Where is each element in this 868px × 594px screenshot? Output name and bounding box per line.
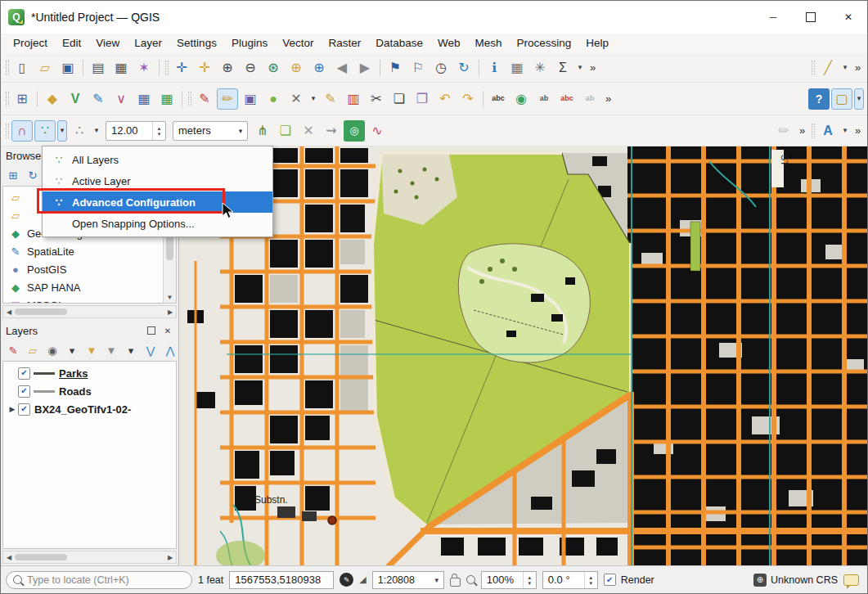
coordinate-input[interactable]: 1567553,5180938	[229, 571, 334, 589]
menu-edit[interactable]: Edit	[55, 34, 88, 53]
scrollbar-thumb[interactable]	[15, 308, 67, 315]
filter-expression-dropdown-arrow[interactable]: ▾	[122, 341, 140, 359]
menu-item-all-layers[interactable]: ∵ All Layers	[43, 149, 272, 170]
minimize-button[interactable]: ─	[754, 1, 792, 34]
move-label-icon[interactable]: ab	[533, 88, 555, 110]
layer-visibility-checkbox[interactable]: ✔	[18, 367, 30, 380]
options-icon[interactable]: ✳	[529, 57, 551, 79]
snapping-type-icon[interactable]: ∴	[69, 120, 90, 142]
layer-diagram-icon[interactable]: ◉	[510, 88, 532, 110]
topological-editing-icon[interactable]: ⋔	[252, 120, 273, 142]
new-virtual-layer-icon[interactable]: ∨	[110, 88, 132, 110]
toolbar-overflow-chevron[interactable]: »	[602, 88, 614, 110]
step-up-icon[interactable]: ▴	[589, 574, 592, 580]
layer-labeling-icon[interactable]: abc	[488, 88, 509, 110]
pin-labels-icon[interactable]: ab	[579, 88, 600, 110]
filter-legend-expression-icon[interactable]: ▼	[102, 341, 120, 359]
menu-database[interactable]: Database	[368, 34, 430, 53]
step-up-icon[interactable]: ▴	[528, 574, 531, 580]
browser-item-sap-hana[interactable]: ◆ SAP HANA	[3, 278, 176, 296]
statistics-dropdown-arrow[interactable]: ▾	[575, 57, 585, 79]
cut-features-icon[interactable]: ✂	[366, 88, 387, 110]
open-layer-styling-icon[interactable]: ✎	[4, 341, 22, 359]
toggle-extents-button[interactable]: ✎	[340, 573, 353, 587]
spinbox-steppers[interactable]: ▴▾	[523, 572, 536, 588]
add-group-icon[interactable]: ▱	[24, 341, 42, 359]
new-mesh-layer-icon[interactable]: ▦	[133, 88, 155, 110]
show-bookmarks-icon[interactable]: ⚐	[407, 57, 429, 79]
paste-features-icon[interactable]: ❐	[412, 88, 433, 110]
layer-item-roads[interactable]: ✔ Roads	[3, 382, 176, 400]
snapping-units-combobox[interactable]: meters ▾	[173, 121, 248, 141]
menu-mesh[interactable]: Mesh	[468, 34, 510, 53]
save-layer-edits-icon[interactable]: ▣	[240, 88, 261, 110]
redo-icon[interactable]: ↷	[457, 88, 479, 110]
data-source-manager-icon[interactable]: ⊞	[11, 88, 33, 110]
delete-selected-icon[interactable]: ▥	[343, 88, 364, 110]
layer-item-bx24-geotif[interactable]: ▶ ✔ BX24_GeoTifv1-02-	[3, 400, 176, 418]
browser-item-postgis[interactable]: ● PostGIS	[3, 260, 176, 278]
save-project-icon[interactable]: ▣	[57, 57, 79, 79]
browser-item-spatialite[interactable]: ✎ SpatiaLite	[3, 242, 176, 260]
self-snapping-icon[interactable]: ✕	[298, 120, 319, 142]
scroll-left-icon[interactable]: ◀	[3, 308, 15, 316]
scroll-left-icon[interactable]: ◀	[3, 554, 15, 561]
temporal-controller-icon[interactable]: ◷	[430, 57, 452, 79]
new-spatial-bookmark-icon[interactable]: ⚑	[385, 57, 406, 79]
zoom-out-icon[interactable]: ⊖	[240, 57, 261, 79]
step-down-icon[interactable]: ▾	[158, 131, 161, 137]
menu-web[interactable]: Web	[430, 34, 468, 53]
auto-labeling-icon[interactable]: A	[817, 120, 839, 142]
browser-refresh-icon[interactable]: ↻	[24, 166, 42, 184]
locator-search-input[interactable]: Type to locate (Ctrl+K)	[6, 571, 192, 589]
enable-snapping-icon[interactable]: ∩	[11, 120, 33, 142]
zoom-full-icon[interactable]: ⊛	[263, 57, 284, 79]
open-attribute-table-icon[interactable]: ▦	[506, 57, 528, 79]
lock-scale-icon[interactable]	[450, 578, 461, 587]
identify-features-icon[interactable]: ℹ	[483, 57, 505, 79]
map-themes-dropdown-arrow[interactable]: ▾	[63, 341, 81, 359]
undo-icon[interactable]: ↶	[434, 88, 456, 110]
browser-item-mssql[interactable]: ▦ MSSQL	[3, 296, 176, 304]
avoid-overlap-icon[interactable]: ❏	[275, 120, 296, 142]
pan-map-icon[interactable]: ✛	[171, 57, 192, 79]
change-label-icon[interactable]: abc	[556, 88, 578, 110]
menu-plugins[interactable]: Plugins	[224, 34, 275, 53]
menu-item-open-snapping-options[interactable]: Open Snapping Options...	[43, 213, 272, 234]
digitize-with-curve-icon[interactable]: ∿	[367, 120, 388, 142]
float-panel-button[interactable]	[146, 325, 157, 336]
snapping-on-intersection-icon[interactable]: ⇝	[321, 120, 342, 142]
layer-expander-icon[interactable]: ▶	[7, 405, 18, 413]
layer-visibility-checkbox[interactable]: ✔	[18, 403, 30, 416]
enable-tracing-icon[interactable]: ◎	[344, 120, 365, 142]
current-edits-icon[interactable]: ✎	[194, 88, 215, 110]
select-features-icon[interactable]: ▢	[831, 88, 852, 110]
new-grid-layer-icon[interactable]: ▦	[156, 88, 178, 110]
toolbar-overflow-chevron[interactable]: »	[796, 120, 808, 142]
scroll-down-icon[interactable]: ▼	[167, 291, 173, 303]
new-geopackage-layer-icon[interactable]: ◆	[42, 88, 63, 110]
scrollbar-thumb[interactable]	[15, 554, 67, 560]
new-print-layout-icon[interactable]: ▤	[88, 57, 109, 79]
vertex-tool-dropdown-arrow[interactable]: ▾	[308, 88, 318, 110]
snapping-mode-dropdown-arrow[interactable]: ▾	[57, 120, 67, 142]
maximize-button[interactable]	[792, 1, 830, 34]
add-polygon-feature-icon[interactable]: ●	[263, 88, 284, 110]
zoom-to-layer-icon[interactable]: ⊕	[308, 57, 330, 79]
manage-map-themes-icon[interactable]: ◉	[43, 341, 61, 359]
measure-dropdown-arrow[interactable]: ▾	[840, 57, 850, 79]
step-down-icon[interactable]: ▾	[589, 580, 592, 586]
snapping-mode-icon[interactable]: ∵	[34, 120, 56, 142]
menu-view[interactable]: View	[88, 34, 127, 53]
menu-help[interactable]: Help	[578, 34, 616, 53]
style-manager-icon[interactable]: ✶	[133, 57, 155, 79]
magnifier-spinbox[interactable]: 100% ▴▾	[481, 571, 537, 589]
rotation-spinbox[interactable]: 0.0 ° ▴▾	[542, 571, 598, 589]
modify-attributes-icon[interactable]: ✎	[320, 88, 341, 110]
menu-project[interactable]: Project	[6, 34, 55, 53]
snapping-type-dropdown-arrow[interactable]: ▾	[92, 120, 101, 142]
menu-vector[interactable]: Vector	[275, 34, 321, 53]
refresh-map-icon[interactable]: ↻	[453, 57, 474, 79]
help-icon[interactable]: ?	[808, 88, 830, 110]
messages-icon[interactable]	[843, 574, 859, 586]
